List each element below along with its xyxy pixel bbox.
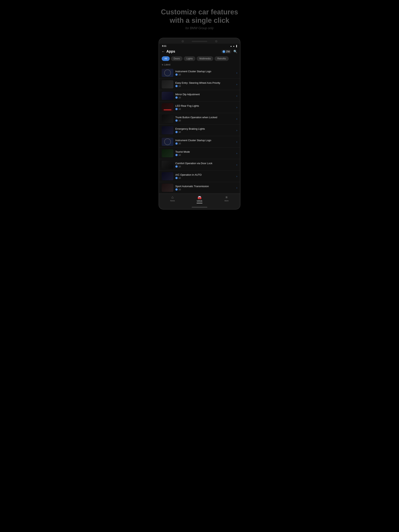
nav-item-home[interactable]: ⌂ Home [159, 195, 186, 203]
item-title: Trunk Button Operation when Locked [175, 116, 234, 119]
item-meta: © 10 [175, 165, 234, 168]
chevron-right-icon: › [236, 71, 237, 74]
meta-price: 10 [179, 85, 181, 87]
list-item[interactable]: Easy Entry: Steering Wheel Axis Priority… [159, 79, 240, 90]
list-item[interactable]: A/C Operation in AUTO © 10 › [159, 171, 240, 182]
list-container: Instrument Cluster Startup Logo © 10 › E… [159, 67, 240, 194]
meta-coin-icon: © [175, 188, 178, 191]
item-thumbnail [162, 92, 174, 100]
item-title: Instrument Cluster Startup Logo [175, 139, 234, 142]
tablet-bottom [159, 205, 240, 209]
status-time: 8:11 [162, 45, 166, 47]
item-thumbnail [162, 161, 174, 169]
chevron-right-icon: › [236, 140, 237, 143]
item-meta: © 10 [175, 177, 234, 179]
item-thumbnail [162, 149, 174, 157]
item-title: LED Rear Fog Lights [175, 104, 234, 107]
list-item[interactable]: Sport Automatic Transmission © 10 › [159, 182, 240, 194]
back-button[interactable]: ← [162, 50, 165, 53]
coin-count: 256 [226, 50, 230, 53]
sort-icon: ⇅ [162, 64, 163, 66]
phone-screen: 8:11 ▲ ▲ ▐ ← Apps © 256 🔍 [159, 44, 240, 205]
item-title: Easy Entry: Steering Wheel Axis Priority [175, 81, 234, 84]
meta-price: 10 [179, 165, 181, 168]
nav-item-vehicle[interactable]: 🚘 Vehicle [186, 195, 213, 203]
meta-price: 10 [179, 188, 181, 191]
list-item[interactable]: Trunk Button Operation when Locked © 10 … [159, 113, 240, 125]
chevron-right-icon: › [236, 129, 237, 132]
thumb-visual [162, 161, 174, 169]
chevron-right-icon: › [236, 83, 237, 86]
meta-coin-icon: © [175, 85, 178, 87]
list-item[interactable]: Tourist Mode © 10 › [159, 148, 240, 159]
item-meta: © 10 [175, 85, 234, 87]
item-info: Instrument Cluster Startup Logo © 10 [175, 70, 234, 76]
item-info: Comfort Operation via Door Lock © 10 [175, 162, 234, 168]
meta-price: 10 [179, 119, 181, 122]
tab-doors[interactable]: Doors [171, 56, 183, 61]
list-item[interactable]: Comfort Operation via Door Lock © 10 › [159, 159, 240, 171]
meta-coin-icon: © [175, 119, 178, 122]
vehicle-icon: 🚘 [197, 195, 202, 200]
nav-item-more[interactable]: ≡ More [213, 195, 240, 203]
item-info: Emergency Braking Lights © 10 [175, 127, 234, 133]
meta-coin-icon: © [175, 154, 178, 156]
tablet-frame: 8:11 ▲ ▲ ▐ ← Apps © 256 🔍 [159, 38, 240, 209]
battery-icon: ▐ [236, 45, 237, 47]
list-item[interactable]: Emergency Braking Lights © 10 › [159, 125, 240, 136]
thumb-visual [162, 126, 174, 134]
chevron-right-icon: › [236, 117, 237, 120]
meta-coin-icon: © [175, 165, 178, 168]
nav-active-indicator [197, 203, 202, 203]
item-thumbnail [162, 138, 174, 146]
item-meta: © 10 [175, 73, 234, 76]
tab-multimedia[interactable]: Multimedia [197, 56, 213, 61]
item-info: Easy Entry: Steering Wheel Axis Priority… [175, 81, 234, 87]
list-item[interactable]: LED Rear Fog Lights © 10 › [159, 102, 240, 113]
tablet-front-sensor [215, 40, 217, 43]
item-thumbnail [162, 126, 174, 134]
item-meta: © 10 [175, 108, 234, 110]
item-title: Mirror Dip Adjustment [175, 93, 234, 96]
thumb-visual [162, 115, 174, 123]
hero-title: Customize car featureswith a single clic… [157, 8, 242, 25]
thumb-visual [162, 103, 174, 111]
meta-coin-icon: © [175, 177, 178, 179]
item-title: Comfort Operation via Door Lock [175, 162, 234, 165]
tab-retrofits[interactable]: Retrofits [214, 56, 229, 61]
item-meta: © 10 [175, 188, 234, 191]
tablet-camera [182, 40, 184, 43]
item-meta: © 10 [175, 131, 234, 133]
tablet-speaker [192, 41, 207, 42]
list-item[interactable]: Instrument Cluster Startup Logo © 10 › [159, 136, 240, 148]
search-button[interactable]: 🔍 [233, 50, 237, 53]
meta-coin-icon: © [175, 96, 178, 99]
item-thumbnail [162, 115, 174, 123]
list-item[interactable]: Instrument Cluster Startup Logo © 10 › [159, 67, 240, 79]
chevron-right-icon: › [236, 152, 237, 155]
item-thumbnail [162, 69, 174, 77]
tab-all[interactable]: All [162, 56, 170, 61]
header-title: Apps [166, 50, 175, 54]
meta-coin-icon: © [175, 108, 178, 110]
meta-coin-icon: © [175, 73, 178, 76]
home-indicator [192, 207, 207, 208]
list-item[interactable]: Mirror Dip Adjustment © 10 › [159, 90, 240, 102]
meta-coin-icon: © [175, 142, 178, 145]
home-icon: ⌂ [171, 195, 174, 199]
thumb-visual [162, 184, 174, 192]
chevron-right-icon: › [236, 186, 237, 189]
meta-price: 10 [179, 154, 181, 156]
status-icons: ▲ ▲ ▐ [230, 45, 237, 47]
item-info: Sport Automatic Transmission © 10 [175, 185, 234, 191]
item-meta: © 10 [175, 119, 234, 122]
sort-label[interactable]: ⇅ Latest [162, 63, 170, 66]
item-thumbnail [162, 172, 174, 180]
tab-lights[interactable]: Lights [184, 56, 195, 61]
sort-bar: ⇅ Latest [159, 62, 240, 67]
item-info: Mirror Dip Adjustment © 10 [175, 93, 234, 99]
filter-tabs: All Doors Lights Multimedia Retrofits [159, 55, 240, 62]
meta-price: 10 [179, 108, 181, 110]
thumb-visual [162, 172, 174, 180]
hero-subtitle: for BMW Group only [186, 26, 214, 30]
